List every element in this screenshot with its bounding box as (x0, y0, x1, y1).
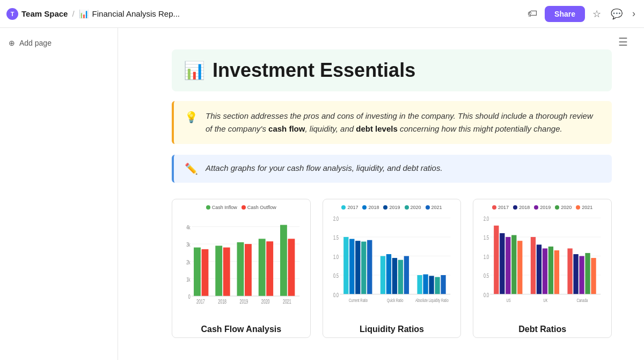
callout-yellow-text: This section addresses the pros and cons… (206, 110, 601, 135)
svg-rect-13 (215, 246, 222, 296)
comment-icon-button[interactable]: 💬 (609, 6, 625, 22)
svg-rect-50 (429, 276, 434, 294)
svg-rect-72 (537, 244, 541, 294)
svg-text:1.0: 1.0 (484, 254, 489, 260)
svg-rect-39 (361, 242, 366, 294)
svg-rect-20 (266, 241, 273, 296)
svg-rect-14 (223, 248, 230, 296)
chart-card-cashflow: Cash InflowCash Outflow 01k2k3k4k2017201… (172, 199, 311, 338)
chart1-title: Cash Flow Analysis (178, 325, 305, 334)
svg-rect-67 (506, 237, 510, 294)
chart-card-debt: 20172018201920202021 0.00.51.01.52.0USUK… (473, 199, 612, 338)
svg-rect-43 (386, 254, 391, 294)
svg-text:0: 0 (188, 294, 191, 300)
svg-text:0.5: 0.5 (333, 273, 339, 279)
svg-rect-68 (511, 235, 516, 294)
svg-rect-75 (554, 250, 559, 294)
chart-card-liquidity: 20172018201920202021 0.00.51.01.52.0Curr… (323, 199, 462, 338)
add-page-label: Add page (19, 39, 52, 47)
chart1-legend: Cash InflowCash Outflow (178, 205, 305, 210)
callout-blue-content: Attach graphs for your cash flow analysi… (206, 163, 443, 172)
doc-breadcrumb[interactable]: 📊 Financial Analysis Rep... (79, 9, 180, 19)
heading-text: Investment Essentials (213, 59, 415, 82)
svg-rect-46 (404, 256, 408, 294)
add-page-button[interactable]: ⊕ Add page (0, 35, 118, 51)
pencil-icon: ✏️ (185, 162, 198, 175)
svg-rect-77 (568, 248, 573, 294)
svg-rect-78 (574, 254, 579, 294)
svg-rect-19 (259, 239, 266, 296)
breadcrumb: T Team Space / 📊 Financial Analysis Rep.… (6, 8, 180, 20)
svg-rect-36 (343, 237, 348, 294)
topbar-actions: 🏷 Share ☆ 💬 › (525, 6, 638, 22)
svg-rect-79 (580, 256, 584, 294)
doc-icon: 📊 (79, 9, 89, 19)
chart1-svg: 01k2k3k4k20172018201920202021 (178, 212, 305, 317)
svg-rect-44 (392, 258, 397, 294)
team-avatar: T (6, 8, 18, 20)
svg-rect-10 (194, 248, 201, 296)
svg-rect-49 (423, 275, 428, 294)
svg-rect-11 (202, 249, 209, 296)
svg-rect-74 (548, 247, 553, 294)
svg-rect-73 (543, 248, 547, 294)
svg-text:1k: 1k (186, 277, 191, 283)
svg-rect-80 (586, 253, 590, 294)
callout-yellow-end: concerning how this might potentially ch… (398, 124, 562, 133)
svg-text:2018: 2018 (218, 299, 226, 305)
svg-text:0.0: 0.0 (333, 292, 339, 298)
team-space-link[interactable]: T Team Space (6, 8, 68, 20)
chart3-svg: 0.00.51.01.52.0USUKCanada (479, 212, 606, 317)
svg-rect-52 (441, 275, 445, 294)
svg-text:Quick Ratio: Quick Ratio (387, 297, 404, 303)
charts-row: Cash InflowCash Outflow 01k2k3k4k2017201… (172, 199, 612, 338)
callout-blue: ✏️ Attach graphs for your cash flow anal… (172, 155, 612, 183)
chart2-title: Liquidity Ratios (328, 325, 456, 334)
svg-rect-45 (398, 260, 402, 294)
share-button[interactable]: Share (545, 6, 585, 22)
svg-text:Canada: Canada (577, 297, 588, 303)
section-heading: 📊 Investment Essentials (172, 49, 612, 91)
svg-text:0.0: 0.0 (484, 292, 489, 298)
sidebar: ⊕ Add page (0, 28, 118, 360)
svg-text:2k: 2k (186, 259, 191, 265)
svg-text:1.0: 1.0 (333, 254, 339, 260)
svg-text:2017: 2017 (196, 299, 205, 305)
svg-rect-48 (417, 275, 422, 294)
main-content: ☰ 📊 Investment Essentials 💡 This section… (118, 28, 644, 360)
heading-icon: 📊 (184, 60, 205, 81)
tag-icon-button[interactable]: 🏷 (525, 6, 539, 21)
svg-rect-42 (380, 256, 385, 294)
svg-text:2019: 2019 (240, 299, 248, 305)
star-icon-button[interactable]: ☆ (590, 6, 603, 22)
callout-yellow-mid2: , and (336, 124, 356, 133)
svg-rect-22 (280, 225, 287, 296)
svg-rect-17 (245, 244, 252, 296)
svg-rect-16 (237, 242, 244, 296)
main-layout: ⊕ Add page ☰ 📊 Investment Essentials 💡 T… (0, 28, 644, 360)
svg-text:Absolute Liquidity Ratio: Absolute Liquidity Ratio (415, 297, 449, 303)
bulb-icon: 💡 (185, 111, 198, 124)
svg-rect-38 (355, 241, 360, 294)
svg-text:US: US (507, 297, 511, 303)
svg-text:2020: 2020 (261, 299, 270, 305)
svg-text:2021: 2021 (283, 299, 291, 305)
svg-text:4k: 4k (186, 225, 191, 231)
outline-icon-button[interactable]: ☰ (618, 35, 628, 48)
svg-rect-23 (288, 239, 295, 296)
svg-text:1.5: 1.5 (484, 235, 489, 241)
svg-text:UK: UK (543, 297, 547, 303)
svg-rect-37 (349, 239, 354, 294)
team-name: Team Space (21, 9, 68, 18)
more-icon-button[interactable]: › (630, 6, 638, 21)
svg-text:0.5: 0.5 (484, 273, 489, 279)
svg-rect-40 (367, 240, 372, 294)
callout-yellow-bold2: debt levels (356, 124, 398, 133)
chart2-svg: 0.00.51.01.52.0Current RatioQuick RatioA… (328, 212, 456, 317)
svg-rect-65 (494, 226, 499, 294)
topbar: T Team Space / 📊 Financial Analysis Rep.… (0, 0, 644, 28)
svg-rect-81 (591, 258, 596, 294)
doc-title: Financial Analysis Rep... (92, 9, 180, 18)
callout-yellow-italic1: liquidity (310, 124, 336, 133)
svg-rect-71 (531, 237, 536, 294)
